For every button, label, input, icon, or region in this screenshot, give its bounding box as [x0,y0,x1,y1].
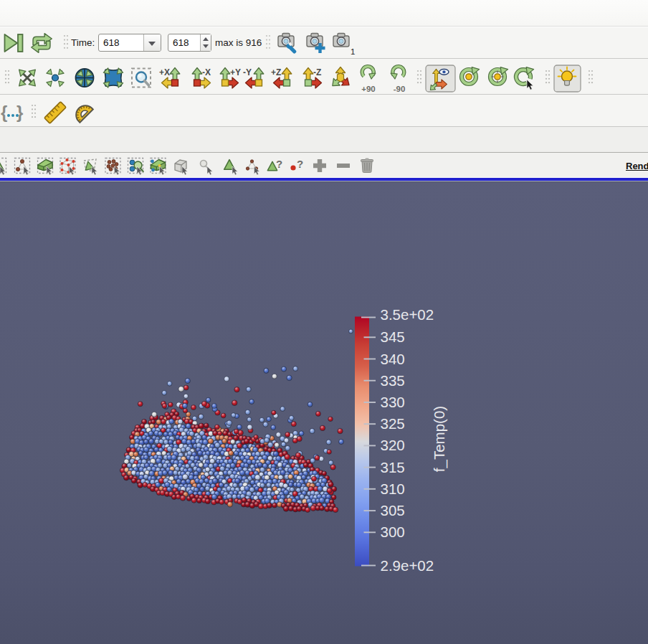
svg-text:300: 300 [381,524,405,540]
svg-text:-90: -90 [394,85,406,93]
svg-text:1: 1 [351,47,355,56]
svg-text:?: ? [276,158,282,170]
svg-text:}: } [16,103,23,122]
svg-text:340: 340 [381,351,405,367]
svg-text:2.9e+02: 2.9e+02 [381,557,434,574]
svg-text:+90: +90 [361,85,376,93]
svg-text:320: 320 [381,437,405,453]
svg-text:335: 335 [381,372,405,389]
svg-text:+X: +X [159,67,170,77]
svg-text:-X: -X [202,67,211,77]
svg-text:330: 330 [381,394,405,410]
svg-text:345: 345 [381,328,405,345]
svg-text:+Y: +Y [230,67,241,77]
svg-text:305: 305 [381,502,405,518]
svg-text:{: { [1,103,7,122]
svg-text:?: ? [297,158,303,170]
svg-text:325: 325 [381,415,405,432]
svg-text:-Y: -Y [243,67,252,77]
svg-text:315: 315 [381,459,405,475]
svg-text:-Z: -Z [313,67,321,77]
svg-text:3.5e+02: 3.5e+02 [381,306,434,323]
svg-text:310: 310 [381,480,405,497]
svg-text:f_Temp(0): f_Temp(0) [431,406,448,472]
svg-text:+Z: +Z [271,67,281,77]
